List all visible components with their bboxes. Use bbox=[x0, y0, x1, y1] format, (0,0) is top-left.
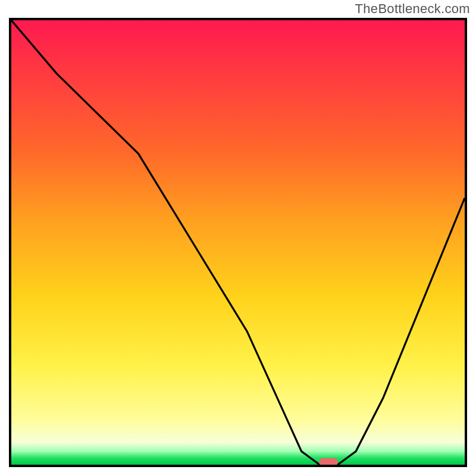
watermark-text: TheBottleneck.com bbox=[355, 1, 470, 17]
bottleneck-curve bbox=[11, 20, 465, 465]
plot-area bbox=[9, 18, 467, 467]
chart-frame: TheBottleneck.com bbox=[0, 0, 476, 476]
curve-path bbox=[11, 20, 465, 465]
optimal-point-pill bbox=[319, 458, 338, 466]
